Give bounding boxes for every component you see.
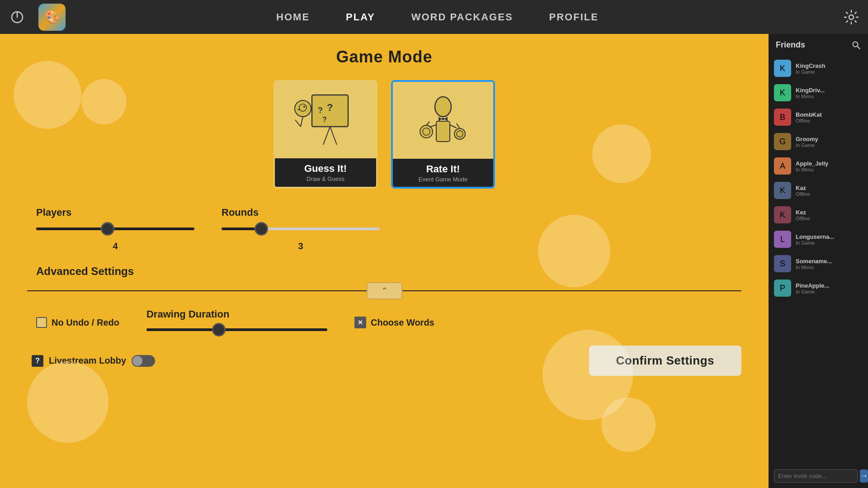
- drawing-duration-label: Drawing Duration: [146, 308, 327, 320]
- guess-it-label: Guess It! Draw & Guess: [275, 158, 376, 187]
- friend-info: Somename... In Menu: [796, 258, 832, 270]
- no-undo-redo-checkbox[interactable]: [36, 317, 47, 328]
- rounds-thumb[interactable]: [255, 222, 268, 236]
- friend-item[interactable]: G Groomy In Game: [769, 129, 868, 154]
- svg-text:?: ?: [322, 116, 327, 123]
- rate-it-subtitle: Event Game Mode: [398, 176, 488, 183]
- players-slider-group: Players 4: [36, 207, 194, 251]
- game-card-guess-it[interactable]: ? ? ? G: [274, 80, 377, 189]
- friend-name: Kez: [796, 209, 810, 216]
- friend-status: In Game: [796, 289, 829, 294]
- friend-info: PineApple... In Game: [796, 282, 829, 294]
- nav-word-packages[interactable]: WORD PACKAGES: [393, 0, 531, 34]
- friend-avatar: S: [774, 255, 791, 272]
- guess-it-title: Guess It!: [280, 163, 371, 175]
- friend-name: Somename...: [796, 258, 832, 265]
- friend-status: In Game: [796, 240, 834, 246]
- drawing-duration-group: Drawing Duration: [146, 308, 327, 336]
- rate-it-illustration: [405, 86, 481, 154]
- svg-rect-18: [442, 118, 444, 120]
- friend-status: In Menu: [796, 94, 825, 99]
- rounds-track: [222, 227, 380, 230]
- choose-words-label: Choose Words: [371, 317, 434, 328]
- players-track: [36, 227, 194, 230]
- advanced-options-row: No Undo / Redo Drawing Duration ✕ Choose…: [36, 308, 741, 336]
- page-title: Game Mode: [27, 47, 741, 66]
- guess-it-art: ? ? ?: [275, 81, 376, 158]
- nav-home[interactable]: HOME: [258, 0, 328, 34]
- friend-info: Kez Offline: [796, 209, 810, 221]
- players-value: 4: [36, 241, 194, 251]
- friend-status: Offline: [796, 118, 822, 123]
- top-nav: 🎨 HOME PLAY WORD PACKAGES PROFILE: [0, 0, 868, 34]
- friend-item[interactable]: P PineApple... In Game: [769, 276, 868, 300]
- toggle-knob: [132, 356, 142, 366]
- friends-search-icon[interactable]: [852, 41, 861, 50]
- friend-item[interactable]: B BombKat Offline: [769, 105, 868, 129]
- friend-name: Apple_Jelly: [796, 160, 828, 167]
- livestream-toggle[interactable]: [132, 355, 155, 367]
- friends-list: K KingCrash In Game K KingDriv... In Men…: [769, 56, 868, 464]
- svg-line-22: [426, 122, 429, 125]
- friend-item[interactable]: K KingCrash In Game: [769, 56, 868, 81]
- svg-point-12: [303, 106, 305, 108]
- nav-play[interactable]: PLAY: [328, 0, 393, 34]
- advanced-toggle-btn[interactable]: ⌃: [367, 282, 402, 299]
- players-track-container: [36, 222, 194, 236]
- svg-line-14: [295, 120, 301, 127]
- confirm-settings-button[interactable]: Confirm Settings: [589, 346, 741, 376]
- friend-info: Longuserna... In Game: [796, 233, 834, 246]
- friend-item[interactable]: K Kaz Offline: [769, 178, 868, 203]
- invite-submit-button[interactable]: →: [860, 469, 868, 483]
- invite-code-input[interactable]: [774, 469, 858, 483]
- friend-item[interactable]: S Somename... In Menu: [769, 251, 868, 276]
- drawing-dur-thumb[interactable]: [212, 323, 226, 336]
- friend-status: In Game: [796, 69, 826, 75]
- friends-header: Friends: [769, 34, 868, 56]
- friend-name: Groomy: [796, 136, 818, 142]
- friend-status: In Menu: [796, 167, 828, 172]
- friend-info: KingDriv... In Menu: [796, 87, 825, 99]
- gear-icon: [844, 9, 859, 25]
- svg-line-27: [450, 125, 457, 128]
- friend-avatar: K: [774, 206, 791, 223]
- friend-status: Offline: [796, 191, 810, 197]
- friend-item[interactable]: A Apple_Jelly In Menu: [769, 154, 868, 178]
- friend-name: KingCrash: [796, 62, 826, 69]
- drawing-dur-track: [146, 328, 327, 331]
- friend-name: PineApple...: [796, 282, 829, 289]
- svg-line-13: [301, 117, 303, 127]
- divider-left: [27, 290, 367, 291]
- game-card-rate-it[interactable]: Rate It! Event Game Mode: [391, 80, 495, 189]
- friend-info: Apple_Jelly In Menu: [796, 160, 828, 172]
- game-mode-row: ? ? ? G: [27, 80, 741, 189]
- rounds-value: 3: [222, 241, 380, 251]
- friend-status: Offline: [796, 216, 810, 221]
- divider-right: [402, 290, 742, 291]
- svg-line-25: [457, 123, 460, 128]
- nav-links: HOME PLAY WORD PACKAGES PROFILE: [7, 0, 868, 34]
- svg-point-2: [849, 15, 854, 19]
- svg-text:?: ?: [327, 102, 333, 113]
- rate-it-title: Rate It!: [398, 163, 488, 175]
- drawing-dur-track-container: [146, 323, 327, 336]
- guess-it-illustration: ? ? ?: [287, 86, 364, 154]
- settings-button[interactable]: [834, 0, 868, 34]
- svg-line-5: [330, 127, 337, 145]
- center-area: Game Mode ? ? ?: [0, 34, 769, 488]
- friend-item[interactable]: K KingDriv... In Menu: [769, 81, 868, 105]
- livestream-help-badge[interactable]: ?: [32, 355, 43, 367]
- friend-item[interactable]: L Longuserna... In Game: [769, 227, 868, 251]
- rounds-label: Rounds: [222, 207, 380, 218]
- rounds-slider-group: Rounds 3: [222, 207, 380, 251]
- svg-point-24: [457, 131, 463, 137]
- players-thumb[interactable]: [101, 222, 114, 236]
- friend-info: KingCrash In Game: [796, 62, 826, 75]
- friend-status: In Game: [796, 142, 818, 148]
- friend-item[interactable]: K Kez Offline: [769, 203, 868, 227]
- choose-words-option: ✕ Choose Words: [354, 317, 434, 328]
- choose-words-x-btn[interactable]: ✕: [354, 317, 366, 328]
- svg-point-21: [423, 128, 430, 135]
- svg-marker-17: [444, 117, 448, 121]
- nav-profile[interactable]: PROFILE: [531, 0, 617, 34]
